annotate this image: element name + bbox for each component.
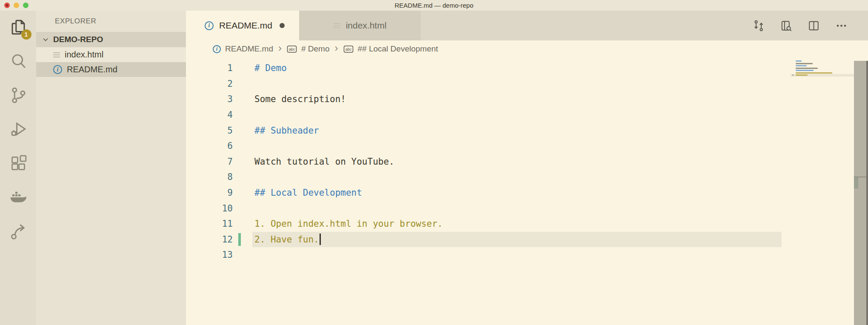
tab-label: index.html — [346, 20, 387, 31]
line-number: 9 — [186, 188, 233, 198]
info-icon: i — [53, 65, 62, 74]
minimap[interactable] — [796, 60, 834, 77]
modified-dot-icon[interactable] — [280, 23, 285, 28]
code-line-2[interactable]: 2 — [186, 76, 868, 92]
tab-readme-md[interactable]: i README.md — [186, 11, 299, 40]
code-line-12[interactable]: 122. Have fun. — [186, 232, 868, 248]
breadcrumb-item-h2[interactable]: ## Local Development — [358, 44, 438, 54]
activity-item-search[interactable] — [8, 51, 29, 72]
file-lines-icon — [334, 23, 340, 28]
tab-bar: i README.md index.html — [186, 11, 868, 40]
zoom-button[interactable] — [23, 3, 29, 8]
strip-notch — [854, 177, 858, 188]
open-preview-icon[interactable] — [780, 20, 792, 32]
line-number: 2 — [186, 79, 233, 89]
file-lines-icon — [53, 52, 60, 57]
editor-actions — [752, 11, 848, 40]
minimap-line — [796, 74, 834, 77]
line-number: 5 — [186, 125, 233, 136]
code-text: # Demo — [254, 63, 287, 73]
line-number: 10 — [186, 203, 233, 214]
explorer-badge: 1 — [21, 29, 31, 40]
line-number: 1 — [186, 63, 233, 73]
code-editor[interactable]: 1# Demo23Some description!45## Subheader… — [186, 57, 868, 325]
code-line-5[interactable]: 5## Subheader — [186, 123, 868, 138]
breadcrumb-item-file[interactable]: README.md — [225, 44, 273, 54]
line-number: 8 — [186, 172, 233, 182]
minimap-gutter-tick — [792, 74, 794, 76]
code-line-1[interactable]: 1# Demo — [186, 60, 868, 76]
close-button[interactable] — [4, 3, 10, 8]
split-editor-icon[interactable] — [808, 20, 820, 32]
source-control-icon — [9, 86, 27, 104]
code-line-7[interactable]: 7Watch tutorial on YouTube. — [186, 154, 868, 170]
svg-text:abc: abc — [289, 47, 295, 51]
info-icon: i — [213, 45, 221, 53]
code-text: Some description! — [254, 94, 346, 104]
tab-label: README.md — [219, 20, 272, 31]
activity-item-explorer[interactable]: 1 — [8, 17, 29, 38]
activity-item-share[interactable] — [8, 221, 29, 242]
chevron-right-icon: › — [277, 44, 283, 54]
svg-text:abc: abc — [345, 47, 351, 51]
code-text: 1. Open index.html in your browser. — [254, 219, 443, 229]
code-text: Watch tutorial on YouTube. — [254, 157, 394, 167]
info-icon: i — [205, 21, 214, 30]
gutter-modified-indicator — [238, 233, 241, 246]
activity-item-extensions[interactable] — [8, 153, 29, 174]
share-icon — [9, 222, 27, 240]
activity-item-run-debug[interactable] — [8, 119, 29, 140]
extensions-icon — [9, 154, 27, 172]
line-number: 7 — [186, 157, 233, 167]
line-number: 6 — [186, 141, 233, 151]
titlebar: README.md — demo-repo — [0, 0, 868, 11]
explorer-sidebar: EXPLORER DEMO-REPO index.html i README.m… — [36, 11, 186, 325]
breadcrumb: i README.md › abc # Demo › abc ## Local … — [186, 40, 868, 57]
line-number: 3 — [186, 94, 233, 104]
line-number: 11 — [186, 219, 233, 229]
more-actions-icon[interactable] — [835, 20, 848, 32]
line-number: 13 — [186, 250, 233, 260]
code-text: ## Subheader — [254, 125, 319, 136]
code-line-4[interactable]: 4 — [186, 107, 868, 123]
code-text: 2. Have fun. — [254, 234, 319, 245]
tab-index-html[interactable]: index.html — [299, 11, 421, 40]
symbol-string-icon: abc — [287, 45, 297, 53]
current-line-highlight — [252, 232, 782, 248]
editor-area: i README.md index.html — [186, 11, 868, 325]
activity-bar: 1 — [0, 11, 36, 325]
line-number: 4 — [186, 110, 233, 120]
file-item-index-html[interactable]: index.html — [36, 47, 186, 62]
right-edge-strip — [854, 61, 868, 325]
symbol-string-icon: abc — [343, 45, 354, 53]
open-changes-icon[interactable] — [752, 20, 765, 32]
activity-item-docker[interactable] — [8, 187, 29, 208]
docker-icon — [9, 188, 27, 206]
code-line-8[interactable]: 8 — [186, 169, 868, 185]
window-controls — [4, 0, 29, 11]
search-icon — [9, 52, 27, 70]
minimize-button[interactable] — [14, 3, 19, 8]
text-cursor — [320, 234, 321, 245]
code-line-13[interactable]: 13 — [186, 247, 868, 263]
breadcrumb-item-h1[interactable]: # Demo — [301, 44, 330, 54]
code-line-11[interactable]: 111. Open index.html in your browser. — [186, 216, 868, 232]
folder-header-demo-repo[interactable]: DEMO-REPO — [36, 32, 186, 47]
chevron-right-icon: › — [334, 44, 339, 54]
folder-name: DEMO-REPO — [53, 35, 103, 44]
line-number: 12 — [186, 234, 233, 245]
file-name: README.md — [67, 65, 117, 74]
file-name: index.html — [65, 50, 103, 60]
sidebar-title: EXPLORER — [36, 11, 186, 32]
code-line-9[interactable]: 9## Local Development — [186, 185, 868, 201]
code-line-3[interactable]: 3Some description! — [186, 91, 868, 107]
code-line-6[interactable]: 6 — [186, 138, 868, 154]
code-text: ## Local Development — [254, 188, 362, 198]
file-item-readme-md[interactable]: i README.md — [36, 62, 186, 77]
chevron-down-icon — [41, 35, 50, 44]
run-debug-icon — [9, 120, 27, 138]
activity-item-source-control[interactable] — [8, 85, 29, 106]
window-title: README.md — demo-repo — [394, 2, 473, 9]
editor-lines: 1# Demo23Some description!45## Subheader… — [186, 60, 868, 263]
code-line-10[interactable]: 10 — [186, 200, 868, 216]
